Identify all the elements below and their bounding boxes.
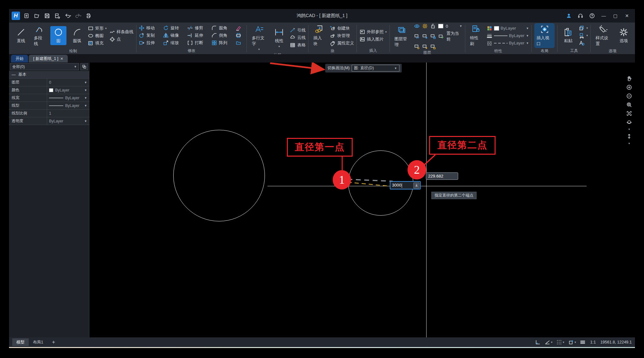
support-headset-icon[interactable] bbox=[576, 11, 585, 20]
hatch-button[interactable]: 填充 bbox=[88, 40, 107, 46]
group-button[interactable] bbox=[236, 40, 244, 46]
circle-button[interactable]: 圆 bbox=[50, 26, 66, 45]
rectangle-caret-icon[interactable]: ▾ bbox=[105, 27, 107, 30]
current-layer-color-swatch[interactable] bbox=[438, 24, 443, 28]
dynamic-input-down-button[interactable] bbox=[413, 182, 419, 189]
xref-caret-icon[interactable]: ▾ bbox=[385, 30, 387, 34]
arc-button[interactable]: 圆弧 bbox=[69, 26, 85, 45]
tab-start[interactable]: 开始 bbox=[11, 55, 28, 63]
attribute-define-button[interactable]: 属性定义 bbox=[330, 40, 354, 46]
dynamic-input-field[interactable]: 3000 bbox=[390, 181, 421, 189]
transparency-value-dropdown[interactable]: ByLayer▼ bbox=[47, 117, 89, 125]
style-settings-button[interactable]: 样式设置 bbox=[593, 23, 613, 48]
color-control[interactable]: ByLayer ▼ bbox=[487, 25, 529, 31]
layer-thaw-icon[interactable] bbox=[422, 44, 428, 50]
scale-button[interactable]: 缩放 bbox=[163, 40, 179, 46]
xref-button[interactable]: 外部参照 ▾ bbox=[359, 29, 387, 35]
selection-filter-dropdown[interactable]: 全部(0) ▼ bbox=[10, 63, 79, 70]
ltscale-value-field[interactable]: 1 bbox=[47, 110, 89, 117]
options-button[interactable]: 选项 bbox=[616, 26, 632, 45]
point-button[interactable]: 点 bbox=[109, 36, 134, 42]
move-button[interactable]: 移动 bbox=[139, 25, 155, 31]
layer-manager-button[interactable]: 图层管理 bbox=[392, 24, 412, 49]
layer-off-icon[interactable] bbox=[414, 34, 420, 39]
object-snap-icon[interactable] bbox=[568, 339, 574, 345]
chamfer-button[interactable]: 倒角 bbox=[211, 33, 227, 38]
mtext-caret-icon[interactable]: ▾ bbox=[258, 48, 260, 51]
align-button[interactable] bbox=[236, 33, 244, 38]
paste-button[interactable]: 粘贴 bbox=[560, 26, 576, 45]
revision-cloud-button[interactable]: 云线 bbox=[290, 35, 306, 41]
orbit-caret-icon[interactable]: ▾ bbox=[629, 128, 630, 131]
tab-layout1[interactable]: 布局1 bbox=[29, 338, 47, 346]
leader-button[interactable]: 引线 bbox=[290, 27, 306, 33]
user-account-icon[interactable] bbox=[564, 11, 574, 20]
insert-image-button[interactable]: 插入图片 bbox=[359, 36, 387, 42]
print-button[interactable] bbox=[84, 11, 93, 20]
linetype-value-dropdown[interactable]: ByLayer▼ bbox=[47, 102, 89, 109]
polyline-button[interactable]: 多段线 bbox=[32, 23, 48, 48]
insert-viewport-button[interactable]: 插入视口 bbox=[534, 23, 555, 48]
zoom-in-icon[interactable] bbox=[626, 84, 632, 91]
new-file-button[interactable] bbox=[22, 11, 31, 20]
linetype-caret-icon[interactable]: ▼ bbox=[526, 42, 529, 45]
extend-button[interactable]: 延伸 bbox=[187, 33, 203, 38]
linear-dim-button[interactable]: 线性 ▾ bbox=[271, 26, 287, 49]
rectangle-button[interactable]: 矩形 ▾ bbox=[88, 25, 107, 31]
scale-indicator[interactable]: 1:1 bbox=[590, 340, 596, 344]
tab-drawing[interactable]: [ 新建图纸_1 ]✕ bbox=[29, 55, 68, 63]
help-button[interactable] bbox=[587, 11, 597, 20]
zoom-extents-icon[interactable] bbox=[626, 110, 632, 117]
insert-block-button[interactable]: 插入块 bbox=[311, 23, 327, 48]
polar-caret-icon[interactable]: ▾ bbox=[551, 341, 553, 344]
layer-unlock-icon[interactable] bbox=[430, 23, 436, 29]
collapse-icon[interactable]: — bbox=[12, 73, 16, 77]
rotate-button[interactable]: 旋转 bbox=[163, 25, 179, 31]
zoom-window-icon[interactable] bbox=[626, 102, 632, 108]
zoom-out-icon[interactable] bbox=[626, 93, 632, 99]
minimize-button[interactable]: — bbox=[599, 11, 609, 20]
cut-clip-button[interactable]: ▾ bbox=[579, 33, 588, 38]
line-button[interactable]: 直线 bbox=[13, 26, 29, 45]
set-current-label[interactable]: 置为当前 bbox=[446, 31, 462, 42]
redo-caret-icon[interactable]: ▾ bbox=[80, 14, 82, 17]
block-manage-button[interactable]: 块管理 bbox=[330, 33, 354, 39]
color-value-dropdown[interactable]: ByLayer▼ bbox=[47, 86, 89, 94]
match-properties-button[interactable]: 特性刷 bbox=[468, 23, 484, 48]
save-button[interactable] bbox=[43, 11, 52, 20]
close-button[interactable]: ✕ bbox=[622, 11, 632, 20]
add-layout-button[interactable]: + bbox=[52, 339, 55, 345]
layer-lock-icon[interactable] bbox=[430, 34, 436, 39]
layer-unlock-all-icon[interactable] bbox=[430, 44, 436, 50]
array-button[interactable]: 阵列 bbox=[211, 40, 227, 46]
stretch-button[interactable]: 拉伸 bbox=[139, 40, 155, 46]
layer-sun-icon[interactable] bbox=[422, 23, 428, 29]
tab-close-icon[interactable]: ✕ bbox=[60, 57, 63, 61]
orbit-icon[interactable] bbox=[626, 119, 632, 125]
lineweight-control[interactable]: ByLayer ▼ bbox=[487, 33, 529, 39]
color-caret-icon[interactable]: ▼ bbox=[526, 27, 529, 30]
spline-button[interactable]: 样条曲线 bbox=[109, 29, 134, 35]
dimension-value-field[interactable]: 229.682 bbox=[426, 172, 458, 180]
measure-caret-icon[interactable]: ▾ bbox=[629, 142, 630, 145]
undo-button[interactable]: ▾ bbox=[63, 11, 72, 20]
layer-isolate-icon[interactable] bbox=[414, 44, 420, 50]
text-style-button[interactable] bbox=[579, 40, 588, 46]
grid-snap-icon[interactable] bbox=[556, 339, 562, 345]
layer-value-dropdown[interactable]: 0▼ bbox=[47, 79, 89, 86]
drawing-canvas[interactable]: 切换画法(M) 圆: 直径(D) ▼ 直径第一点 1 直径第二点 2 3000 … bbox=[89, 63, 635, 337]
mtext-button[interactable]: 多行文字 ▾ bbox=[249, 23, 268, 52]
ellipse-button[interactable]: 椭圆 bbox=[88, 33, 107, 39]
layer-dropdown-caret-icon[interactable]: ▼ bbox=[459, 24, 462, 28]
quick-select-button[interactable] bbox=[80, 63, 88, 70]
copy-button[interactable]: 复制 bbox=[139, 33, 155, 38]
osnap-caret-icon[interactable]: ▾ bbox=[575, 341, 576, 344]
set-current-layer-icon[interactable] bbox=[438, 34, 444, 39]
basic-section-header[interactable]: — 基本 bbox=[9, 71, 89, 79]
tab-model[interactable]: 模型 bbox=[12, 338, 29, 346]
redo-button[interactable]: ▾ bbox=[74, 11, 83, 20]
method-select-dropdown[interactable]: 圆: 直径(D) ▼ bbox=[352, 65, 399, 72]
ortho-mode-icon[interactable] bbox=[535, 339, 541, 345]
polar-tracking-icon[interactable] bbox=[545, 339, 550, 345]
erase-button[interactable] bbox=[236, 25, 244, 31]
